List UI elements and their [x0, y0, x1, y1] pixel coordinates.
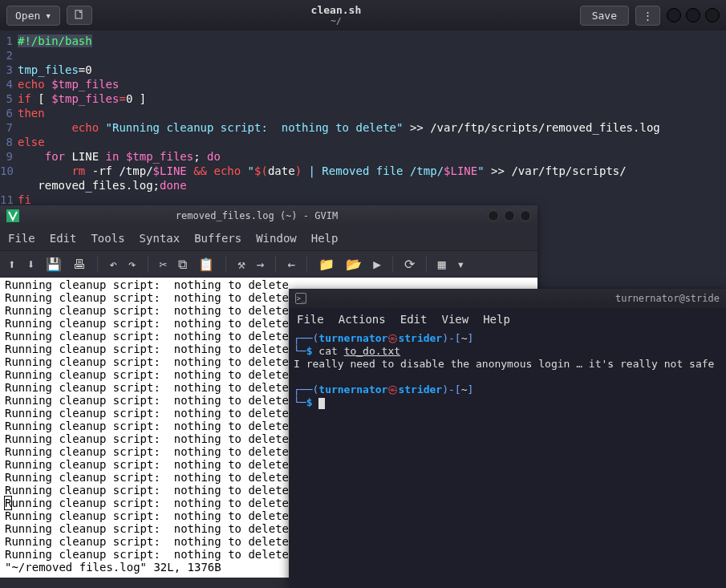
paste-icon[interactable]: 📋 [198, 257, 214, 272]
new-document-icon [74, 10, 85, 21]
gvim-menu-window[interactable]: Window [256, 232, 297, 245]
gvim-menubar: File Edit Tools Syntax Buffers Window He… [0, 226, 537, 250]
chevron-down-icon: ▾ [45, 10, 51, 22]
save-all-icon[interactable]: 💾 [46, 257, 62, 272]
window-title: clean.sh ~/ [92, 4, 580, 27]
new-tab-button[interactable] [67, 6, 92, 25]
open-label: Open [15, 10, 40, 22]
gvim-menu-tools[interactable]: Tools [91, 232, 124, 245]
maximize-button[interactable] [686, 8, 700, 22]
kebab-icon: ⋮ [643, 10, 653, 22]
terminal-menubar: File Actions Edit View Help [289, 308, 726, 330]
gvim-menu-file[interactable]: File [8, 232, 35, 245]
cut-icon[interactable]: ✂ [160, 257, 168, 272]
undo-icon[interactable]: ↶ [109, 257, 117, 272]
terminal-icon: >_ [295, 293, 306, 304]
hamburger-menu-button[interactable]: ⋮ [635, 6, 660, 26]
redo-icon[interactable]: ↷ [128, 257, 136, 272]
session-load-icon[interactable]: 📁 [318, 257, 335, 272]
gvim-toolbar: ⬆ ⬇ 💾 🖶 ↶ ↷ ✂ ⧉ 📋 ⚒ → ← 📁 📂 ▶ ⟳ ▦ ▾ [0, 250, 537, 278]
save-button[interactable]: Save [580, 6, 629, 26]
minimize-button[interactable] [667, 8, 681, 22]
gvim-icon [6, 209, 19, 222]
copy-icon[interactable]: ⧉ [178, 257, 187, 272]
gvim-minimize-button[interactable] [488, 210, 499, 221]
run-icon[interactable]: ▶ [373, 257, 381, 272]
terminal-window: >_ turnernator@stride File Actions Edit … [289, 289, 726, 588]
gvim-menu-edit[interactable]: Edit [50, 232, 77, 245]
term-menu-help[interactable]: Help [483, 313, 510, 326]
file-subtitle: ~/ [92, 16, 580, 26]
find-icon[interactable]: ⚒ [237, 257, 245, 272]
code-editor[interactable]: 1#!/bin/bash 2 3tmp_files=0 4echo $tmp_f… [0, 30, 726, 204]
gvim-close-button[interactable] [520, 210, 531, 221]
gvim-menu-syntax[interactable]: Syntax [140, 232, 180, 245]
open-icon[interactable]: ⬆ [8, 257, 16, 272]
term-menu-file[interactable]: File [297, 313, 324, 326]
gvim-title: removed_files.log (~) - GVIM [26, 210, 488, 221]
chevron-down-icon[interactable]: ▾ [456, 257, 464, 272]
terminal-output: I really need to disable the anonymous l… [294, 358, 721, 371]
svg-rect-0 [75, 10, 82, 18]
term-menu-edit[interactable]: Edit [400, 313, 428, 326]
terminal-title: turnernator@stride [311, 293, 720, 304]
save-icon[interactable]: ⬇ [27, 257, 35, 272]
open-button[interactable]: Open ▾ [6, 6, 60, 26]
session-save-icon[interactable]: 📂 [346, 257, 362, 272]
term-menu-view[interactable]: View [441, 313, 468, 326]
term-menu-actions[interactable]: Actions [339, 313, 386, 326]
gvim-menu-buffers[interactable]: Buffers [194, 232, 241, 245]
file-title: clean.sh [311, 4, 362, 16]
gvim-menu-help[interactable]: Help [311, 232, 339, 245]
grid-icon[interactable]: ▦ [438, 257, 446, 272]
cursor [318, 398, 325, 409]
terminal-body[interactable]: ┌──(turnernator㉿strider)-[~] └─$ cat to_… [289, 330, 726, 411]
print-icon[interactable]: 🖶 [73, 257, 86, 272]
refresh-icon[interactable]: ⟳ [404, 257, 415, 272]
gvim-maximize-button[interactable] [504, 210, 515, 221]
find-next-icon[interactable]: → [257, 257, 265, 272]
close-button[interactable] [705, 8, 720, 22]
back-icon[interactable]: ← [287, 257, 295, 272]
